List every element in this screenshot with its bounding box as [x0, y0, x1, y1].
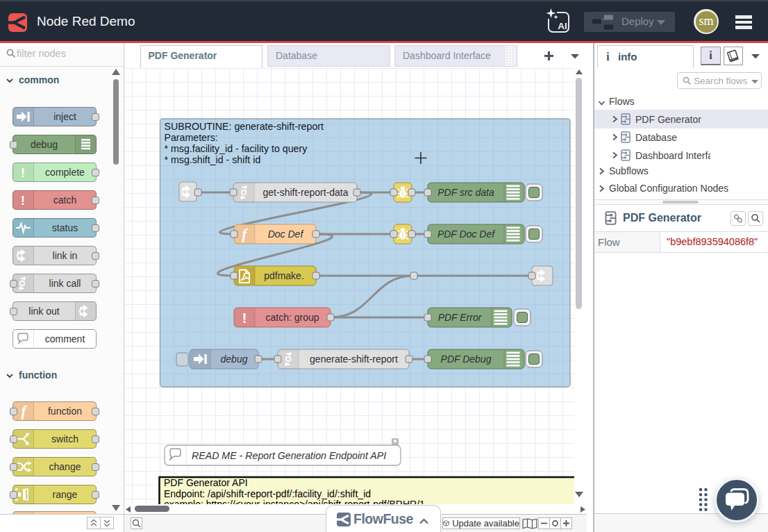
svg-text:Endpoint: /api/shift-report-pd: Endpoint: /api/shift-report-pdf/:facilit…: [164, 488, 371, 499]
svg-text:READ ME - Report Generation En: READ ME - Report Generation Endpoint API: [192, 450, 386, 461]
svg-text:SUBROUTINE: generate-shift-rep: SUBROUTINE: generate-shift-report: [165, 121, 324, 132]
svg-text:debug: debug: [221, 354, 248, 365]
svg-text:f: f: [22, 403, 28, 419]
svg-text:PDF Generator API: PDF Generator API: [164, 477, 248, 488]
svg-text:* msg.shift_id - shift id: * msg.shift_id - shift id: [165, 154, 261, 165]
svg-text:AI: AI: [558, 21, 567, 31]
svg-text:Parameters:: Parameters:: [165, 132, 218, 143]
svg-text:PDF Debug: PDF Debug: [441, 354, 492, 365]
svg-text:generate-shift-report: generate-shift-report: [310, 354, 398, 365]
svg-text:PDF Doc Def: PDF Doc Def: [437, 228, 496, 240]
svg-text:!: !: [21, 165, 25, 180]
svg-text:Doc Def: Doc Def: [268, 228, 305, 240]
svg-text:get-shift-report-data: get-shift-report-data: [263, 187, 349, 198]
svg-text:catch: group: catch: group: [265, 312, 319, 323]
svg-text:PDF src data: PDF src data: [437, 187, 494, 198]
svg-text:pdfmake.: pdfmake.: [264, 270, 304, 281]
svg-text:example: https://<your-instanc: example: https://<your-instance>/api/shi…: [164, 499, 425, 504]
svg-text:!: !: [21, 193, 25, 208]
svg-text:* msg.facility_id - facility t: * msg.facility_id - facility to query: [165, 143, 308, 154]
svg-text:!: !: [242, 310, 247, 326]
svg-text:PDF Error: PDF Error: [438, 312, 483, 323]
